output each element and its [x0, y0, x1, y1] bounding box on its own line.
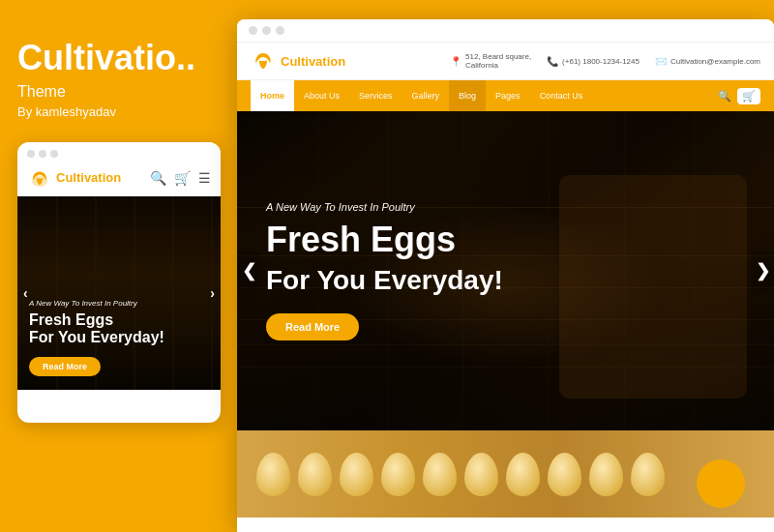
app-subtitle: Theme — [17, 83, 220, 101]
bottom-preview-image — [237, 430, 774, 517]
header-email-text: Cultivation@example.com — [670, 57, 760, 66]
desktop-bottom-strip — [237, 430, 774, 517]
desktop-hero-small-label: A New Way To Invest In Poultry — [266, 201, 745, 213]
egg-2 — [298, 453, 332, 496]
desktop-hero-main-title: Fresh Eggs — [266, 221, 745, 259]
desktop-cart-icon[interactable]: 🛒 — [737, 88, 760, 104]
header-info: 📍 512, Beard square,California 📞 (+61) 1… — [450, 52, 760, 70]
phone-icon: 📞 — [547, 56, 558, 67]
email-icon: ✉️ — [655, 56, 667, 67]
desktop-browser-bar — [237, 19, 774, 43]
desktop-search-icon[interactable]: 🔍 — [718, 90, 731, 103]
header-address: 📍 512, Beard square,California — [450, 52, 531, 70]
mobile-hero: A New Way To Invest In Poultry Fresh Egg… — [17, 196, 221, 390]
desktop-read-more-button[interactable]: Read More — [266, 313, 359, 340]
desktop-hero: A New Way To Invest In Poultry Fresh Egg… — [237, 111, 774, 430]
desktop-hero-sub-title: For You Everyday! — [266, 265, 745, 296]
mobile-hero-small-text: A New Way To Invest In Poultry — [29, 299, 209, 308]
cart-icon[interactable]: 🛒 — [174, 170, 191, 186]
nav-item-about[interactable]: About Us — [294, 80, 349, 111]
egg-4 — [381, 453, 415, 496]
header-address-text: 512, Beard square,California — [465, 52, 531, 70]
mobile-logo-area: Cultivation 🔍 🛒 ☰ — [17, 162, 221, 196]
search-icon[interactable]: 🔍 — [150, 170, 166, 186]
egg-7 — [506, 453, 540, 496]
bottom-orange-circle — [697, 459, 745, 508]
header-email: ✉️ Cultivation@example.com — [655, 56, 760, 67]
mobile-prev-arrow[interactable]: ‹ — [23, 285, 28, 301]
desktop-nav-right: 🔍 🛒 — [718, 88, 760, 104]
eggs-display — [237, 430, 774, 517]
mobile-logo: Cultivation — [27, 165, 121, 191]
nav-item-contact[interactable]: Contact Us — [530, 80, 593, 111]
mobile-read-more-button[interactable]: Read More — [29, 357, 101, 376]
desktop-dot-2 — [262, 26, 271, 35]
desktop-navbar: Home About Us Services Gallery Blog Page… — [237, 80, 774, 111]
desktop-mockup: Cultivation 📍 512, Beard square,Californ… — [237, 19, 774, 532]
app-title: Cultivatio.. — [17, 39, 220, 77]
desktop-prev-arrow[interactable]: ❮ — [237, 251, 260, 290]
left-panel: Cultivatio.. Theme By kamleshyadav Culti… — [0, 0, 237, 532]
mobile-nav-icons: 🔍 🛒 ☰ — [150, 170, 211, 186]
mobile-hero-title-line2: For You Everyday! — [29, 329, 164, 345]
nav-item-home[interactable]: Home — [251, 80, 294, 111]
mobile-dots — [27, 150, 58, 158]
nav-item-services[interactable]: Services — [349, 80, 402, 111]
desktop-logo-area: Cultivation — [251, 48, 345, 74]
desktop-dot-3 — [276, 26, 284, 35]
desktop-dots — [249, 26, 284, 35]
egg-9 — [589, 453, 623, 496]
egg-5 — [423, 453, 457, 496]
cultivation-logo-icon — [27, 165, 52, 191]
mobile-hero-title: Fresh Eggs For You Everyday! — [29, 311, 209, 347]
desktop-dot-1 — [249, 26, 257, 35]
desktop-logo-text: Cultivation — [281, 54, 345, 69]
mobile-dot-1 — [27, 150, 35, 158]
mobile-top-bar — [17, 142, 221, 162]
nav-item-pages[interactable]: Pages — [486, 80, 530, 111]
mobile-next-arrow[interactable]: › — [210, 285, 215, 301]
desktop-nav-items: Home About Us Services Gallery Blog Page… — [251, 80, 592, 111]
header-phone-text: (+61) 1800-1234-1245 — [562, 57, 640, 66]
desktop-hero-overlay: A New Way To Invest In Poultry Fresh Egg… — [237, 111, 774, 430]
mobile-hero-title-line1: Fresh Eggs — [29, 311, 113, 328]
desktop-cultivation-logo-icon — [251, 48, 276, 74]
nav-item-blog[interactable]: Blog — [449, 80, 486, 111]
mobile-hero-overlay: A New Way To Invest In Poultry Fresh Egg… — [17, 196, 221, 390]
egg-1 — [256, 453, 290, 496]
egg-6 — [464, 453, 498, 496]
header-phone: 📞 (+61) 1800-1234-1245 — [547, 56, 640, 67]
desktop-header-top: Cultivation 📍 512, Beard square,Californ… — [237, 43, 774, 80]
nav-item-gallery[interactable]: Gallery — [402, 80, 450, 111]
mobile-dot-3 — [50, 150, 58, 158]
location-icon: 📍 — [450, 56, 461, 67]
egg-3 — [340, 453, 373, 496]
menu-icon[interactable]: ☰ — [198, 170, 211, 186]
mobile-dot-2 — [39, 150, 46, 158]
desktop-next-arrow[interactable]: ❯ — [751, 251, 774, 290]
mobile-mockup: Cultivation 🔍 🛒 ☰ A New Way To Invest In… — [17, 142, 221, 423]
egg-8 — [548, 453, 581, 496]
mobile-logo-text: Cultivation — [56, 170, 121, 185]
egg-10 — [631, 453, 665, 496]
author-label: By kamleshyadav — [17, 104, 220, 119]
